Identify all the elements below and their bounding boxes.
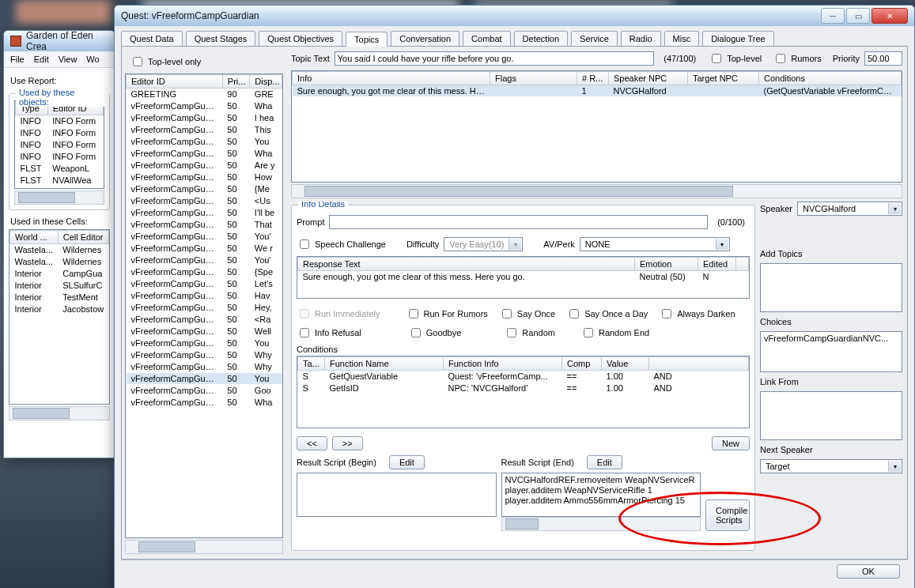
info-hscroll[interactable] <box>291 184 902 198</box>
list-item[interactable]: vFreeformCampGuardianNVC... <box>761 332 902 345</box>
compile-scripts-button[interactable]: Compile Scripts <box>705 499 750 531</box>
table-row[interactable]: vFreeformCampGuardi...50Wha <box>127 397 282 409</box>
column-header[interactable] <box>649 357 749 371</box>
table-row[interactable]: Wastela...Wildernes <box>10 244 109 256</box>
tab-radio[interactable]: Radio <box>621 31 661 46</box>
close-button[interactable]: ✕ <box>872 8 908 24</box>
column-header[interactable]: Edited <box>698 258 736 271</box>
table-row[interactable]: vFreeformCampGuardi...50Well <box>127 326 282 337</box>
tab-quest-objectives[interactable]: Quest Objectives <box>259 31 342 46</box>
table-row[interactable]: vFreeformCampGuardi...50Are y <box>127 160 282 172</box>
column-header[interactable]: Speaker NPC <box>609 72 688 85</box>
used-by-hscroll[interactable] <box>14 190 104 205</box>
used-by-table[interactable]: Type Editor ID INFOINFO FormINFOINFO For… <box>15 101 104 187</box>
table-row[interactable]: vFreeformCampGuardi...50Wha <box>127 148 282 160</box>
table-row[interactable]: vFreeformCampGuardi...50We r <box>127 243 282 254</box>
col-celleditor[interactable]: Cell Editor <box>58 231 108 244</box>
table-row[interactable]: SGetQuestVariableQuest: 'vFreeformCamp..… <box>298 371 749 383</box>
table-row[interactable]: SGetIsIDNPC: 'NVCGHalford'==1.00AND <box>298 383 749 394</box>
prompt-input[interactable] <box>329 215 708 229</box>
ok-button[interactable]: OK <box>837 564 900 579</box>
tab-topics[interactable]: Topics <box>346 32 388 47</box>
tab-conversation[interactable]: Conversation <box>391 31 459 46</box>
menu-file[interactable]: File <box>10 55 25 64</box>
column-header[interactable]: Function Info <box>444 357 562 371</box>
info-table[interactable]: InfoFlags# R...Speaker NPCTarget NPCCond… <box>292 71 902 97</box>
used-in-cells-table[interactable]: World ... Cell Editor Wastela...Wilderne… <box>9 230 109 315</box>
random-end-checkbox[interactable]: Random End <box>580 326 649 340</box>
always-darken-checkbox[interactable]: Always Darken <box>659 307 735 321</box>
run-rumors-checkbox[interactable]: Run For Rumors <box>406 307 488 321</box>
column-header[interactable]: Emotion <box>635 258 698 271</box>
col-editorid[interactable]: Editor ID <box>127 75 223 89</box>
priority-input[interactable] <box>864 51 902 66</box>
result-begin-script[interactable] <box>297 473 497 517</box>
table-row[interactable]: vFreeformCampGuardi...50You <box>127 337 282 349</box>
tab-detection[interactable]: Detection <box>514 31 568 46</box>
table-row[interactable]: vFreeformCampGuardi...50I hea <box>127 112 282 124</box>
table-row[interactable]: vFreeformCampGuardi...50You' <box>127 254 282 266</box>
topics-hscroll[interactable] <box>125 540 283 554</box>
table-row[interactable]: vFreeformCampGuardi...50Hey, <box>127 302 282 314</box>
table-row[interactable]: FLSTWeaponL <box>16 163 104 175</box>
goodbye-checkbox[interactable]: Goodbye <box>408 326 462 340</box>
next-speaker-combo[interactable]: Target▾ <box>760 459 902 473</box>
table-row[interactable]: vFreeformCampGuardi...50Goo <box>127 385 282 397</box>
table-row[interactable]: Sure enough, you got me clear of this me… <box>298 271 749 283</box>
col-world[interactable]: World ... <box>10 231 59 244</box>
speaker-combo[interactable]: NVCGHalford▾ <box>797 202 902 216</box>
column-header[interactable]: Conditions <box>759 72 902 85</box>
table-row[interactable]: vFreeformCampGuardi...50{Spe <box>127 266 282 278</box>
new-button[interactable]: New <box>712 436 750 450</box>
choices-list[interactable]: vFreeformCampGuardianNVC... <box>760 331 902 372</box>
table-row[interactable]: INFOINFO Form <box>16 139 104 151</box>
used-cells-hscroll[interactable] <box>9 406 110 420</box>
col-display[interactable]: Disp... <box>250 75 282 89</box>
table-row[interactable]: InteriorTestMent <box>10 292 109 303</box>
table-row[interactable]: INFOINFO Form <box>16 115 104 127</box>
column-header[interactable]: Info <box>293 72 490 85</box>
table-row[interactable]: InteriorSLSulfurC <box>10 280 109 292</box>
prev-button[interactable]: << <box>297 436 327 450</box>
column-header[interactable]: Value <box>602 357 649 371</box>
edit-end-button[interactable]: Edit <box>587 455 622 469</box>
table-row[interactable]: vFreeformCampGuardi...50Wha <box>127 100 282 112</box>
column-header[interactable]: Comp <box>562 357 602 371</box>
geck-menubar[interactable]: File Edit View Wo <box>4 51 115 68</box>
table-row[interactable]: vFreeformCampGuardi...50This <box>127 124 282 136</box>
table-row[interactable]: vFreeformCampGuardi...50Why <box>127 349 282 361</box>
column-header[interactable]: Target NPC <box>688 72 759 85</box>
table-row[interactable]: GREETING90GRE <box>127 89 282 100</box>
edit-begin-button[interactable]: Edit <box>389 455 425 469</box>
table-row[interactable]: Sure enough, you got me clear of this me… <box>293 85 902 97</box>
table-row[interactable]: vFreeformCampGuardi...50I'll be <box>127 207 282 219</box>
table-row[interactable]: vFreeformCampGuardi...50That <box>127 219 282 231</box>
table-row[interactable]: InteriorJacobstow <box>10 303 109 315</box>
tab-service[interactable]: Service <box>571 31 618 46</box>
add-topics-list[interactable] <box>760 263 902 312</box>
column-header[interactable]: # R... <box>577 72 609 85</box>
table-row[interactable]: vFreeformCampGuardi...50You <box>127 136 282 148</box>
table-row[interactable]: INFOINFO Form <box>16 127 104 139</box>
column-header[interactable] <box>736 258 749 271</box>
avperk-combo[interactable]: NONE▾ <box>580 237 730 251</box>
tab-combat[interactable]: Combat <box>463 31 511 46</box>
table-row[interactable]: vFreeformCampGuardi...50Hav <box>127 290 282 302</box>
say-once-checkbox[interactable]: Say Once <box>499 307 555 321</box>
top-level-only-checkbox[interactable]: Top-level only <box>130 55 283 69</box>
maximize-button[interactable]: ▭ <box>846 8 870 24</box>
column-header[interactable]: Ta... <box>298 357 325 371</box>
menu-edit[interactable]: Edit <box>34 55 49 64</box>
geck-titlebar[interactable]: Garden of Eden Crea <box>4 31 115 51</box>
next-button[interactable]: >> <box>332 436 363 450</box>
tab-dialogue-tree[interactable]: Dialogue Tree <box>702 31 774 46</box>
speech-challenge-checkbox[interactable]: Speech Challenge <box>297 237 386 251</box>
table-row[interactable]: FLSTNVAllWea <box>16 175 104 187</box>
info-refusal-checkbox[interactable]: Info Refusal <box>297 326 361 340</box>
column-header[interactable]: Flags <box>490 72 577 85</box>
tab-misc[interactable]: Misc <box>664 31 700 46</box>
topics-table[interactable]: Editor ID Pri... Disp... GREETING90GREvF… <box>126 74 282 409</box>
menu-view[interactable]: View <box>59 55 78 64</box>
topic-text-input[interactable] <box>335 51 655 66</box>
conditions-table[interactable]: Ta...Function NameFunction InfoCompValue… <box>297 356 749 394</box>
